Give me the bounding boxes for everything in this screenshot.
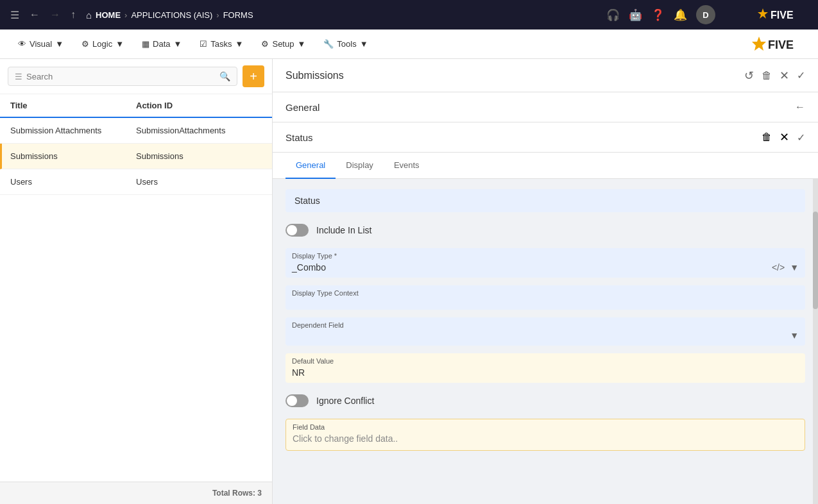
status-panel: Status 🗑 ✕ ✓ General Display Events Stat… bbox=[273, 122, 818, 504]
tab-display[interactable]: Display bbox=[336, 153, 384, 179]
dependent-field-label: Dependent Field bbox=[292, 321, 790, 329]
breadcrumb-applications[interactable]: APPLICATIONS (AIS) bbox=[131, 10, 212, 20]
visual-icon: 👁 bbox=[18, 39, 26, 49]
filter-icon: ☰ bbox=[15, 72, 22, 81]
search-wrap: ☰ 🔍 bbox=[8, 67, 237, 86]
data-icon: ▦ bbox=[142, 39, 149, 49]
default-value-label: Default Value bbox=[292, 357, 799, 365]
setup-arrow: ▼ bbox=[297, 39, 305, 49]
confirm-icon[interactable]: ✓ bbox=[797, 69, 805, 81]
content-area: Submissions ↺ 🗑 ✕ ✓ General ← Status 🗑 ✕… bbox=[273, 59, 818, 504]
logic-label: Logic bbox=[92, 39, 112, 49]
display-type-context-field[interactable]: Display Type Context bbox=[285, 285, 805, 310]
tools-arrow: ▼ bbox=[360, 39, 368, 49]
avatar[interactable]: D bbox=[696, 5, 715, 24]
tab-general[interactable]: General bbox=[285, 153, 336, 179]
row-action-0: SubmissionAttachments bbox=[136, 126, 262, 135]
up-icon[interactable]: ↑ bbox=[68, 6, 78, 23]
svg-marker-2 bbox=[752, 37, 766, 51]
general-section: General ← bbox=[273, 92, 818, 122]
hamburger-icon[interactable]: ☰ bbox=[8, 6, 22, 24]
tools-icon: 🔧 bbox=[323, 39, 334, 49]
logic-icon: ⚙ bbox=[81, 39, 89, 49]
breadcrumb-home[interactable]: HOME bbox=[96, 10, 121, 20]
breadcrumb-forms[interactable]: FORMS bbox=[223, 10, 253, 20]
table-row[interactable]: Submission Attachments SubmissionAttachm… bbox=[0, 118, 272, 144]
tasks-label: Tasks bbox=[210, 39, 232, 49]
logic-arrow: ▼ bbox=[115, 39, 124, 49]
table-row[interactable]: Submissions Submissions bbox=[0, 144, 272, 169]
field-data-field[interactable]: Field Data Click to change field data.. bbox=[285, 419, 805, 451]
ignore-conflict-toggle[interactable] bbox=[285, 394, 309, 407]
nav-setup[interactable]: ⚙ Setup ▼ bbox=[253, 35, 313, 53]
top-nav: ☰ ← → ↑ ⌂ HOME › APPLICATIONS (AIS) › FO… bbox=[0, 0, 818, 29]
back-arrow-icon[interactable]: ← bbox=[795, 101, 805, 113]
display-type-icons: </> ▼ bbox=[772, 262, 799, 273]
content-title: Submissions bbox=[285, 70, 344, 81]
total-rows: Total Rows: 3 bbox=[212, 489, 262, 498]
row-title-0: Submission Attachments bbox=[10, 126, 136, 135]
tasks-icon: ☑ bbox=[200, 39, 207, 49]
display-type-value-row: _Combo </> ▼ bbox=[292, 262, 799, 273]
five-logo: FIVE bbox=[756, 7, 808, 22]
tab-events[interactable]: Events bbox=[384, 153, 430, 179]
search-icon[interactable]: 🔍 bbox=[219, 71, 230, 81]
nav-tools[interactable]: 🔧 Tools ▼ bbox=[316, 35, 375, 53]
general-title: General bbox=[285, 102, 320, 113]
add-button[interactable]: + bbox=[243, 65, 264, 87]
data-label: Data bbox=[153, 39, 170, 49]
status-header: Status 🗑 ✕ ✓ bbox=[273, 122, 818, 153]
status-field: Status bbox=[285, 189, 805, 212]
code-icon[interactable]: </> bbox=[772, 262, 785, 273]
include-in-list-toggle[interactable] bbox=[285, 224, 309, 237]
second-nav: 👁 Visual ▼ ⚙ Logic ▼ ▦ Data ▼ ☑ Tasks ▼ … bbox=[0, 29, 818, 59]
forward-icon[interactable]: → bbox=[47, 6, 63, 23]
field-data-link[interactable]: Click to change field data.. bbox=[293, 433, 798, 444]
dependent-field[interactable]: Dependent Field ▼ bbox=[285, 317, 805, 346]
include-in-list-row: Include In List bbox=[285, 220, 805, 240]
breadcrumb-sep2: › bbox=[216, 10, 219, 20]
close-icon[interactable]: ✕ bbox=[780, 69, 789, 83]
svg-text:FIVE: FIVE bbox=[768, 38, 794, 51]
back-icon[interactable]: ← bbox=[27, 6, 42, 23]
notification-icon[interactable]: 🔔 bbox=[674, 8, 687, 22]
second-nav-left: 👁 Visual ▼ ⚙ Logic ▼ ▦ Data ▼ ☑ Tasks ▼ … bbox=[10, 35, 376, 53]
status-actions: 🗑 ✕ ✓ bbox=[762, 130, 805, 144]
dependent-chevron-icon[interactable]: ▼ bbox=[790, 330, 799, 340]
data-arrow: ▼ bbox=[173, 39, 182, 49]
top-nav-right: 🎧 🤖 ❓ 🔔 D bbox=[606, 5, 715, 24]
help-icon[interactable]: ❓ bbox=[651, 8, 665, 22]
chevron-down-icon[interactable]: ▼ bbox=[790, 262, 799, 273]
bot-icon[interactable]: 🤖 bbox=[629, 8, 642, 22]
refresh-icon[interactable]: ↺ bbox=[744, 69, 754, 83]
visual-label: Visual bbox=[30, 39, 52, 49]
breadcrumb: ⌂ HOME › APPLICATIONS (AIS) › FORMS bbox=[86, 10, 253, 21]
nav-data[interactable]: ▦ Data ▼ bbox=[134, 35, 189, 53]
search-input[interactable] bbox=[26, 72, 216, 81]
setup-label: Setup bbox=[272, 39, 294, 49]
row-title-1: Submissions bbox=[10, 151, 136, 161]
scroll-thumb[interactable] bbox=[813, 212, 818, 309]
nav-tasks[interactable]: ☑ Tasks ▼ bbox=[192, 35, 251, 53]
scroll-track bbox=[813, 179, 818, 504]
display-type-context-label: Display Type Context bbox=[292, 289, 799, 297]
table-row[interactable]: Users Users bbox=[0, 169, 272, 195]
status-close-icon[interactable]: ✕ bbox=[780, 130, 789, 144]
nav-logic[interactable]: ⚙ Logic ▼ bbox=[74, 35, 132, 53]
status-confirm-icon[interactable]: ✓ bbox=[797, 131, 805, 144]
delete-icon[interactable]: 🗑 bbox=[762, 70, 772, 81]
visual-arrow: ▼ bbox=[55, 39, 64, 49]
default-value-field[interactable]: Default Value NR bbox=[285, 353, 805, 383]
headset-icon[interactable]: 🎧 bbox=[606, 8, 620, 22]
table-body: Submission Attachments SubmissionAttachm… bbox=[0, 118, 272, 482]
svg-marker-0 bbox=[758, 8, 768, 19]
field-data-label: Field Data bbox=[293, 423, 798, 431]
status-delete-icon[interactable]: 🗑 bbox=[762, 131, 772, 143]
breadcrumb-sep1: › bbox=[124, 10, 127, 20]
display-type-field[interactable]: Display Type * _Combo </> ▼ bbox=[285, 248, 805, 278]
nav-visual[interactable]: 👁 Visual ▼ bbox=[10, 35, 71, 53]
second-nav-right: FIVE bbox=[750, 35, 808, 54]
tabs-bar: General Display Events bbox=[273, 153, 818, 179]
include-in-list-label: Include In List bbox=[316, 225, 371, 235]
form-content: Status Include In List Display Type * _C… bbox=[273, 179, 818, 504]
